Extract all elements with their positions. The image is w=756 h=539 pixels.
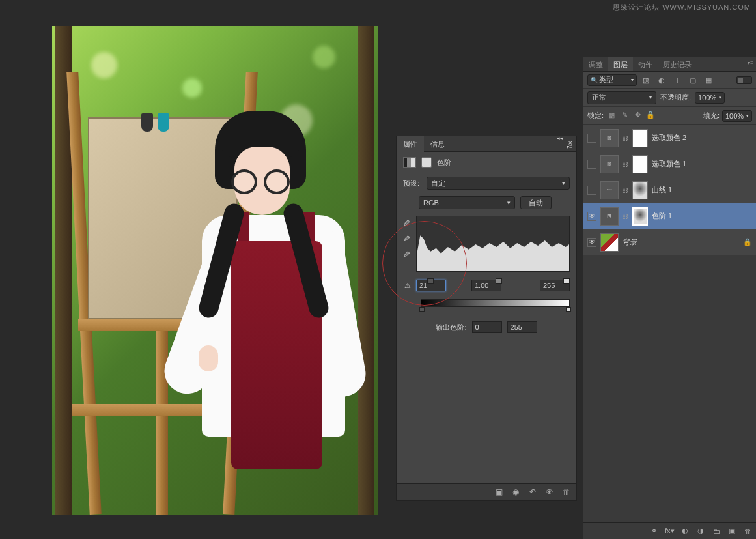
preset-label: 预设:: [403, 179, 423, 188]
link-layers-icon[interactable]: ⚭: [649, 527, 658, 535]
visibility-icon[interactable]: 👁: [545, 488, 554, 497]
layer-row[interactable]: 👁 ⬔ ⛓ 色阶 1: [583, 203, 756, 229]
tab-properties[interactable]: 属性: [397, 136, 424, 152]
channel-select[interactable]: RGB: [419, 196, 515, 209]
midtone-slider-handle[interactable]: [496, 278, 502, 284]
group-icon[interactable]: 🗀: [712, 527, 721, 535]
histogram-area: [397, 212, 576, 276]
auto-button[interactable]: 自动: [520, 196, 552, 209]
layer-row[interactable]: ⬳ ⛓ 曲线 1: [583, 177, 756, 203]
panel-menu-icon[interactable]: ▾≡: [567, 144, 572, 150]
filter-adjustment-icon[interactable]: ◐: [655, 75, 668, 85]
levels-icon: [403, 157, 416, 168]
visibility-toggle[interactable]: [587, 186, 596, 195]
channel-row: RGB 自动: [397, 194, 576, 212]
opacity-input[interactable]: 100%: [695, 92, 725, 104]
layer-thumb[interactable]: [600, 233, 619, 252]
tab-adjustments[interactable]: 调整: [583, 57, 608, 71]
collapse-icon[interactable]: ◂◂: [557, 135, 563, 141]
tab-info[interactable]: 信息: [424, 136, 451, 152]
mask-icon[interactable]: [421, 157, 432, 168]
adjustment-title-row: 色阶: [397, 152, 576, 173]
visibility-toggle[interactable]: [587, 134, 596, 143]
mask-thumb[interactable]: [632, 129, 648, 147]
output-low-handle[interactable]: [419, 307, 425, 312]
eyedropper-black-icon[interactable]: [403, 218, 412, 227]
preset-select[interactable]: 自定: [427, 177, 570, 190]
layer-name[interactable]: 选取颜色 2: [652, 133, 686, 143]
filter-type-icon[interactable]: T: [671, 75, 684, 85]
canvas[interactable]: [52, 26, 378, 515]
output-high-field[interactable]: [507, 321, 537, 333]
link-icon: ⛓: [623, 213, 628, 220]
view-previous-icon[interactable]: ◉: [511, 488, 520, 497]
output-levels-row: 输出色阶:: [397, 308, 576, 337]
filter-pixel-icon[interactable]: ▧: [639, 75, 652, 85]
filter-toggle[interactable]: [736, 76, 752, 84]
layer-mask-icon[interactable]: ◐: [680, 527, 690, 535]
mask-thumb[interactable]: [632, 207, 648, 226]
layer-thumb[interactable]: ⬔: [600, 207, 619, 226]
new-layer-icon[interactable]: ▣: [727, 527, 736, 535]
histogram[interactable]: [416, 216, 570, 272]
eyedropper-gray-icon[interactable]: [403, 234, 412, 243]
delete-layer-icon[interactable]: 🗑: [743, 527, 752, 535]
adjustment-layer-icon[interactable]: ◑: [696, 527, 705, 535]
filter-smart-icon[interactable]: ▦: [702, 75, 715, 85]
filter-type-select[interactable]: 类型: [587, 74, 637, 86]
layers-panel: ◂◂ 调整 图层 动作 历史记录 ▾≡ 类型 ▧ ◐ T ▢ ▦ 正常 不透明度…: [583, 57, 756, 255]
layer-row[interactable]: ▩ ⛓ 选取颜色 1: [583, 151, 756, 177]
tabs-menu-icon[interactable]: ▾≡: [748, 60, 753, 66]
tab-layers[interactable]: 图层: [608, 57, 633, 71]
reset-icon[interactable]: ↶: [528, 488, 537, 497]
layer-name[interactable]: 背景: [623, 237, 637, 247]
tab-history[interactable]: 历史记录: [658, 57, 697, 71]
warning-icon[interactable]: ⚠: [403, 282, 412, 290]
layer-row[interactable]: ▩ ⛓ 选取颜色 2: [583, 125, 756, 151]
right-tabs: 调整 图层 动作 历史记录 ▾≡: [583, 57, 756, 72]
highlight-slider-handle[interactable]: [563, 278, 570, 284]
eyedropper-white-icon[interactable]: [403, 250, 412, 259]
layer-thumb[interactable]: ▩: [600, 155, 619, 173]
layer-name[interactable]: 选取颜色 1: [652, 159, 686, 169]
layer-name[interactable]: 曲线 1: [652, 185, 672, 195]
lock-position-icon[interactable]: ✥: [632, 111, 643, 121]
layers-list: ▩ ⛓ 选取颜色 2 ▩ ⛓ 选取颜色 1 ⬳ ⛓ 曲线 1 👁 ⬔ ⛓ 色阶 …: [583, 125, 756, 255]
fill-input[interactable]: 100%: [722, 110, 752, 122]
lock-label: 锁定:: [587, 111, 604, 121]
opacity-label: 不透明度:: [660, 93, 691, 102]
layer-row[interactable]: 👁 背景 🔒: [583, 229, 756, 255]
layer-name[interactable]: 色阶 1: [652, 211, 672, 221]
lock-icon: 🔒: [743, 238, 752, 246]
lock-pixels-icon[interactable]: ✎: [619, 111, 630, 121]
link-icon: ⛓: [623, 187, 628, 194]
layers-footer: ⚭ fx▾ ◐ ◑ 🗀 ▣ 🗑: [583, 522, 756, 539]
lock-all-icon[interactable]: 🔒: [645, 111, 656, 121]
visibility-toggle[interactable]: 👁: [587, 238, 596, 247]
layer-style-icon[interactable]: fx▾: [665, 527, 674, 535]
properties-panel-header: 属性 信息 ◂◂ × ▾≡: [397, 136, 576, 152]
lock-row: 锁定: ▩ ✎ ✥ 🔒 填充: 100%: [583, 107, 756, 125]
output-low-field[interactable]: [472, 321, 502, 333]
filter-shape-icon[interactable]: ▢: [686, 75, 699, 85]
output-gradient[interactable]: [421, 299, 570, 307]
fill-label: 填充:: [703, 111, 720, 121]
layer-thumb[interactable]: ▩: [600, 129, 619, 147]
mask-thumb[interactable]: [632, 181, 648, 199]
watermark-text: 思缘设计论坛 WWW.MISSYUAN.COM: [613, 3, 751, 12]
visibility-toggle[interactable]: 👁: [587, 212, 596, 221]
layer-thumb[interactable]: ⬳: [600, 181, 619, 199]
lock-transparency-icon[interactable]: ▩: [606, 111, 617, 121]
clip-to-layer-icon[interactable]: ▣: [494, 488, 503, 497]
properties-panel: 属性 信息 ◂◂ × ▾≡ 色阶 预设: 自定 RGB 自动 ⚠: [396, 136, 577, 501]
mask-thumb[interactable]: [632, 155, 648, 173]
blend-mode-select[interactable]: 正常: [587, 91, 656, 104]
properties-footer: ▣ ◉ ↶ 👁 🗑: [397, 483, 576, 500]
trash-icon[interactable]: 🗑: [562, 488, 571, 497]
visibility-toggle[interactable]: [587, 160, 596, 169]
shadow-slider-handle[interactable]: [427, 278, 434, 284]
tab-actions[interactable]: 动作: [633, 57, 658, 71]
output-label: 输出色阶:: [436, 323, 466, 332]
output-high-handle[interactable]: [566, 307, 571, 312]
input-slider-track[interactable]: [421, 278, 570, 285]
